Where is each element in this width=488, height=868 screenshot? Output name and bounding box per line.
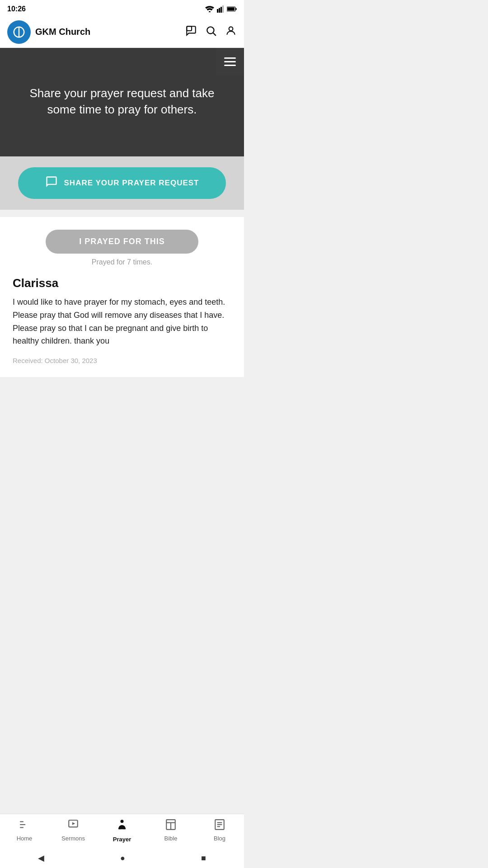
svg-point-0 (209, 11, 211, 12)
svg-rect-4 (222, 5, 224, 13)
prayed-button-label: I PRAYED FOR THIS (79, 237, 164, 246)
requester-name: Clarissa (13, 276, 231, 290)
svg-point-11 (229, 27, 233, 31)
hero-section: Share your prayer request and take some … (0, 48, 244, 156)
menu-line-1 (224, 57, 236, 59)
battery-icon (227, 6, 237, 12)
svg-rect-3 (221, 7, 222, 13)
svg-rect-1 (217, 9, 218, 13)
hero-text: Share your prayer request and take some … (18, 85, 226, 118)
svg-rect-2 (219, 8, 220, 13)
svg-rect-8 (187, 26, 192, 31)
share-button-label: SHARE YOUR PRAYER REQUEST (64, 179, 199, 188)
menu-line-2 (224, 61, 236, 62)
prayer-text: I would like to have prayer for my stoma… (13, 296, 231, 348)
nav-left: GKM Church (7, 20, 90, 44)
profile-icon[interactable] (225, 25, 237, 39)
svg-rect-7 (227, 7, 235, 10)
app-title: GKM Church (35, 27, 90, 37)
signal-icon (217, 5, 224, 13)
svg-rect-6 (235, 8, 236, 10)
globe-icon (12, 25, 26, 39)
share-icon (45, 175, 58, 191)
app-logo (7, 20, 31, 44)
svg-point-9 (207, 27, 214, 33)
wifi-icon (205, 6, 214, 12)
top-nav: GKM Church (0, 16, 244, 48)
share-section: SHARE YOUR PRAYER REQUEST (0, 156, 244, 210)
status-time: 10:26 (7, 5, 26, 13)
menu-button[interactable] (216, 48, 244, 75)
status-icons (205, 5, 237, 13)
prayed-count: Prayed for 7 times. (13, 258, 231, 266)
share-prayer-request-button[interactable]: SHARE YOUR PRAYER REQUEST (18, 167, 226, 199)
status-bar: 10:26 (0, 0, 244, 16)
prayer-card: I PRAYED FOR THIS Prayed for 7 times. Cl… (0, 217, 244, 377)
received-date: Received: October 30, 2023 (13, 357, 231, 364)
chat-icon[interactable] (185, 25, 197, 39)
svg-line-10 (213, 33, 216, 35)
nav-right (185, 25, 237, 39)
menu-line-3 (224, 65, 236, 66)
prayed-for-this-button[interactable]: I PRAYED FOR THIS (46, 230, 199, 254)
search-icon[interactable] (205, 25, 217, 39)
